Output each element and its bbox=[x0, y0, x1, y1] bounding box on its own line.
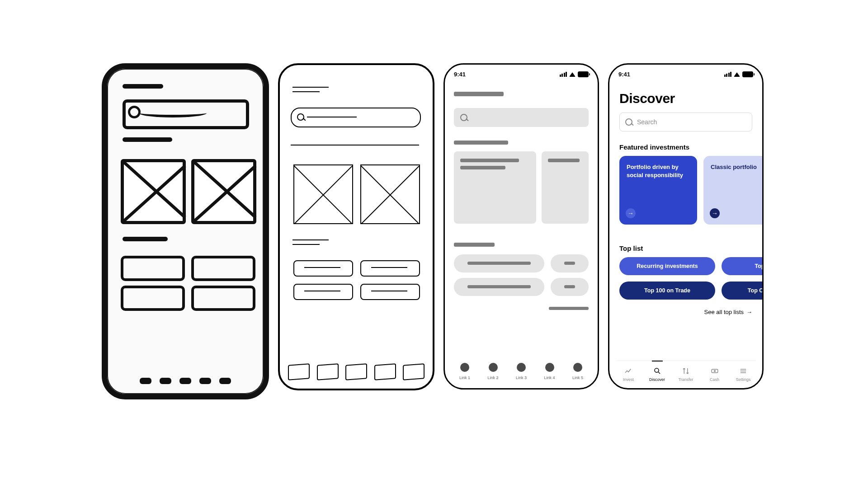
transfer-icon bbox=[673, 366, 698, 375]
tab-bar-sketch bbox=[107, 378, 264, 384]
top-list-pill[interactable]: Top Canadian st bbox=[722, 282, 764, 300]
svg-point-2 bbox=[714, 371, 715, 372]
search-icon bbox=[625, 118, 632, 126]
pill-placeholder[interactable] bbox=[551, 254, 589, 272]
svg-rect-1 bbox=[712, 369, 718, 373]
see-all-link[interactable]: See all top lists → bbox=[704, 309, 752, 315]
featured-card[interactable]: Classic portfolio → bbox=[703, 156, 764, 225]
image-placeholder bbox=[121, 159, 186, 224]
search-placeholder: Search bbox=[637, 118, 657, 126]
tab-discover[interactable]: Discover bbox=[645, 366, 670, 382]
signal-icon bbox=[724, 72, 732, 77]
tab-bar: Invest Discover Transfer Cash Settings bbox=[616, 361, 756, 382]
image-placeholder bbox=[191, 159, 256, 224]
arrow-right-icon: → bbox=[710, 208, 720, 218]
battery-icon bbox=[578, 71, 589, 77]
tab-item[interactable]: Link 1 bbox=[453, 363, 476, 380]
pill-placeholder[interactable] bbox=[454, 278, 544, 296]
search-icon bbox=[297, 113, 304, 121]
pill-placeholder bbox=[360, 284, 420, 300]
search-input[interactable] bbox=[454, 108, 589, 127]
tab-bar-sketch bbox=[288, 364, 425, 380]
status-bar: 9:41 bbox=[454, 71, 589, 78]
image-placeholder bbox=[293, 164, 353, 224]
menu-icon bbox=[731, 366, 756, 375]
wifi-icon bbox=[734, 72, 740, 77]
pill-placeholder bbox=[293, 284, 353, 300]
pill-placeholder bbox=[191, 286, 255, 311]
tab-cash[interactable]: Cash bbox=[702, 366, 727, 382]
tab-item[interactable]: Link 2 bbox=[481, 363, 505, 380]
mockup-hifi-phone: 9:41 Discover Search Featured investment… bbox=[608, 63, 764, 389]
arrow-right-icon: → bbox=[746, 309, 752, 315]
sketch-clean-phone bbox=[278, 63, 434, 390]
chart-line-icon bbox=[616, 366, 641, 375]
search-box-sketch bbox=[291, 108, 421, 127]
tab-item[interactable]: Link 5 bbox=[566, 363, 590, 380]
search-input[interactable]: Search bbox=[619, 113, 752, 131]
arrow-right-icon: → bbox=[626, 208, 636, 218]
cash-icon bbox=[702, 366, 727, 375]
top-list-pill[interactable]: Top 100 on Trade bbox=[619, 282, 715, 300]
signal-icon bbox=[560, 72, 567, 77]
pill-placeholder bbox=[121, 286, 185, 311]
pill-placeholder[interactable] bbox=[551, 278, 589, 296]
tab-transfer[interactable]: Transfer bbox=[673, 366, 698, 382]
section-label-featured: Featured investments bbox=[619, 143, 689, 151]
section-label-toplist: Top list bbox=[619, 244, 643, 252]
card-placeholder[interactable] bbox=[454, 151, 536, 224]
tab-invest[interactable]: Invest bbox=[616, 366, 641, 382]
featured-card[interactable]: Portfolio driven by social responsibilit… bbox=[619, 156, 697, 225]
top-list-pill[interactable]: Top US sto bbox=[722, 257, 764, 275]
sketch-rough-phone bbox=[102, 63, 269, 399]
card-title: Portfolio driven by social responsibilit… bbox=[627, 164, 683, 178]
card-placeholder[interactable] bbox=[542, 151, 589, 224]
tab-item[interactable]: Link 4 bbox=[538, 363, 561, 380]
wireframe-lofi-phone: 9:41 Link 1 bbox=[443, 63, 599, 389]
image-placeholder bbox=[360, 164, 420, 224]
tab-bar: Link 1 Link 2 Link 3 Link 4 Link 5 bbox=[453, 363, 590, 380]
page-title: Discover bbox=[619, 91, 675, 106]
status-time: 9:41 bbox=[618, 71, 630, 78]
search-icon bbox=[645, 366, 670, 375]
fidelity-evolution-row: 9:41 Link 1 bbox=[102, 63, 764, 399]
top-list-pill[interactable]: Recurring investments bbox=[619, 257, 715, 275]
tab-settings[interactable]: Settings bbox=[731, 366, 756, 382]
wifi-icon bbox=[569, 72, 576, 77]
tab-item[interactable]: Link 3 bbox=[509, 363, 533, 380]
search-icon bbox=[460, 114, 467, 121]
status-time: 9:41 bbox=[454, 71, 466, 78]
pill-placeholder bbox=[191, 256, 255, 281]
pill-placeholder bbox=[360, 260, 420, 277]
pill-placeholder[interactable] bbox=[454, 254, 544, 272]
battery-icon bbox=[742, 71, 753, 77]
card-title: Classic portfolio bbox=[711, 164, 757, 170]
pill-placeholder bbox=[121, 256, 185, 281]
svg-point-0 bbox=[655, 368, 659, 372]
pill-placeholder bbox=[293, 260, 353, 277]
status-bar: 9:41 bbox=[618, 71, 753, 78]
